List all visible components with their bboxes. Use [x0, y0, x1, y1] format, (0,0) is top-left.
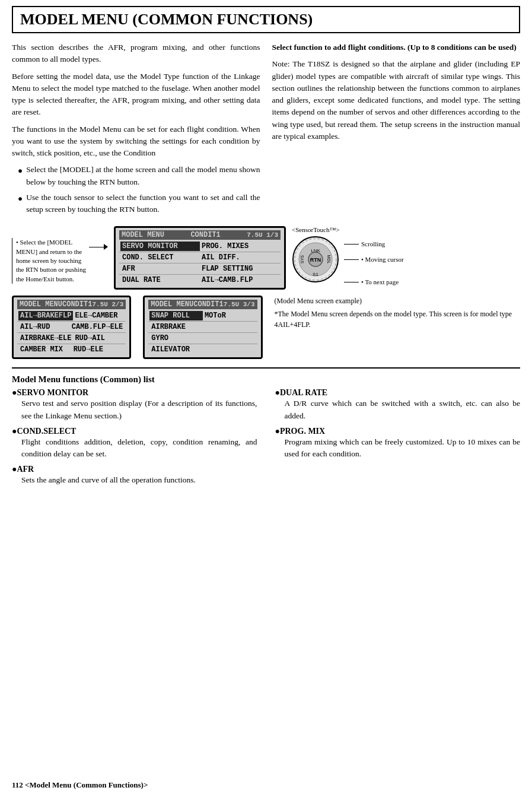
main-screen-cell-2-1: FLAP SETTING: [200, 264, 279, 274]
model-menu-example: (Model Menu screen example) *The Model M…: [275, 296, 521, 330]
screen3-cell-0-1: MOToR: [203, 311, 256, 320]
intro-para3: The functions in the Model Menu can be s…: [12, 123, 260, 160]
cond-select-title: ●COND.SELECT: [12, 427, 257, 436]
main-screen-title-row: MODEL MENU CONDIT1 7.5U 1/3: [119, 230, 281, 240]
model-menu-example-note: *The Model Menu screen depends on the mo…: [275, 309, 521, 330]
svg-text:RTN: RTN: [310, 257, 321, 263]
screen2-cell-2-1: RUD→AIL: [73, 334, 125, 343]
main-screen-cell-3-0: DUAL RATE: [120, 275, 200, 285]
screen3-cell-2-1: [203, 334, 256, 343]
screen3-row-0: SNAP ROLL MOToR: [148, 310, 257, 322]
screen3-cell-1-0: AIRBRAKE: [149, 322, 203, 332]
screen3-cell-3-0: AILEVATOR: [149, 345, 203, 354]
afr-body: Sets the angle and curve of all the oper…: [21, 474, 257, 486]
afr-title: ●AFR: [12, 465, 257, 474]
intro-section: This section describes the AFR, program …: [12, 42, 520, 220]
screen3-cell-3-1: [203, 345, 256, 354]
function-prog-mix: ●PROG. MIX Program mixing which can be f…: [275, 427, 521, 461]
screen2-cell-3-1: RUD→ELE: [72, 345, 125, 354]
svg-text:S1: S1: [313, 272, 318, 277]
screen3-cell-1-1: [203, 322, 256, 332]
servo-monitor-title: ●SERVO MONITOR: [12, 388, 257, 398]
dual-rate-body: A D/R curve which can be switched with a…: [285, 398, 521, 422]
cond-select-body: Flight conditions addition, deletion, co…: [21, 436, 257, 461]
screen2-container: MODEL MENU CONDIT1 7.5U 2/3 AIL→BRAKEFLP…: [12, 296, 131, 359]
functions-right-col: ●DUAL RATE A D/R curve which can be swit…: [275, 388, 521, 491]
function-dual-rate: ●DUAL RATE A D/R curve which can be swit…: [275, 388, 521, 422]
screen3-condit: CONDIT1: [193, 300, 223, 309]
main-screen-version: 7.5U 1/3: [247, 231, 278, 239]
servo-monitor-body: Servo test and servo position display (F…: [21, 398, 257, 422]
bullet-item-2: ● Use the touch sensor to select the fun…: [18, 192, 260, 216]
main-screen-container: MODEL MENU CONDIT1 7.5U 1/3 SERVO MONITO…: [114, 226, 286, 290]
bullet-text-1: Select the [MODEL] at the home screen an…: [26, 164, 260, 188]
right-column: Select function to add flight conditions…: [272, 42, 521, 220]
next-page-label: • To next page: [361, 278, 399, 285]
scrolling-label: Scrolling: [361, 240, 385, 247]
intro-para1: This section describes the AFR, program …: [12, 42, 260, 66]
screen3-row-1: AIRBRAKE: [148, 322, 257, 333]
model-menu-example-label: (Model Menu screen example): [275, 296, 521, 306]
prog-mix-title: ●PROG. MIX: [275, 427, 521, 436]
screen2-version: 7.5U 2/3: [92, 301, 123, 308]
rotary-knob: LNK RTN MDL SYS S1: [292, 236, 339, 285]
screen3-title-row: MODEL MENU CONDIT1 7.5U 3/3: [148, 300, 257, 309]
screen2-cell-2-0: AIRBRAKE→ELE: [18, 334, 73, 343]
screen2-row-2: AIRBRAKE→ELE RUD→AIL: [17, 333, 126, 344]
screen3-lcd: MODEL MENU CONDIT1 7.5U 3/3 SNAP ROLL MO…: [143, 296, 262, 359]
screen3-row-2: GYRO: [148, 333, 257, 344]
main-screen-cell-3-1: AIL→CAMB.FLP: [200, 275, 279, 285]
screen3-title: MODEL MENU: [151, 300, 193, 309]
function-servo-monitor: ●SERVO MONITOR Servo test and servo posi…: [12, 388, 257, 422]
bullet-text-2: Use the touch sensor to select the funct…: [26, 192, 260, 216]
section-divider: [12, 367, 520, 369]
bullet-list: ● Select the [MODEL] at the home screen …: [18, 164, 260, 215]
intro-para2: Before setting the model data, use the M…: [12, 71, 260, 119]
moving-cursor-label: • Moving cursor: [361, 256, 404, 263]
bullet-dot-2: ●: [18, 193, 23, 205]
screen2-cell-0-0: AIL→BRAKEFLP: [18, 311, 73, 320]
left-column: This section describes the AFR, program …: [12, 42, 260, 220]
moving-cursor-annotation: • Moving cursor: [344, 256, 404, 263]
screen2-row-1: AIL→RUD CAMB.FLP→ELE: [17, 322, 126, 333]
screen2-cell-3-0: CAMBER MIX: [18, 345, 72, 354]
functions-heading: Model Menu functions (Common) list: [12, 374, 520, 385]
page-title: MODEL MENU (COMMON FUNCTIONS): [12, 6, 520, 33]
main-screen-cell-0-0: SERVO MONITOR: [120, 242, 200, 251]
main-screen-cell-1-0: COND. SELECT: [120, 253, 200, 262]
function-cond-select: ●COND.SELECT Flight conditions addition,…: [12, 427, 257, 461]
functions-list: ●SERVO MONITOR Servo test and servo posi…: [12, 388, 520, 491]
screen2-condit: CONDIT1: [62, 300, 92, 309]
screen3-version: 7.5U 3/3: [224, 301, 255, 308]
screen3-row-3: AILEVATOR: [148, 344, 257, 355]
main-screen-cell-2-0: AFR: [120, 264, 200, 274]
main-screen-row-2: AFR FLAP SETTING: [119, 263, 281, 275]
main-screen-cell-1-1: AIL DIFF.: [200, 253, 279, 262]
screen3-cell-0-0: SNAP ROLL: [149, 311, 203, 320]
page: MODEL MENU (COMMON FUNCTIONS) This secti…: [0, 0, 532, 797]
sensor-touch-label: <SensorTouch™>: [292, 226, 339, 233]
screen2-row-3: CAMBER MIX RUD→ELE: [17, 344, 126, 355]
screen2-cell-1-0: AIL→RUD: [18, 322, 70, 332]
main-screen-row-0: SERVO MONITOR PROG. MIXES: [119, 241, 281, 252]
functions-left-col: ●SERVO MONITOR Servo test and servo posi…: [12, 388, 257, 491]
prog-mix-body: Program mixing which can be freely custo…: [285, 436, 521, 461]
next-page-annotation: • To next page: [344, 278, 404, 285]
main-screen-cell-0-1: PROG. MIXES: [200, 242, 279, 251]
page-footer: 112 <Model Menu (Common Functions)>: [12, 780, 148, 790]
svg-text:SYS: SYS: [300, 255, 304, 263]
screen2-row-0: AIL→BRAKEFLP ELE→CAMBER: [17, 310, 126, 322]
screen2-cell-0-1: ELE→CAMBER: [73, 311, 125, 320]
main-screen-condit: CONDIT1: [190, 231, 220, 239]
main-lcd-screen: MODEL MENU CONDIT1 7.5U 1/3 SERVO MONITO…: [114, 226, 286, 290]
screen3-container: MODEL MENU CONDIT1 7.5U 3/3 SNAP ROLL MO…: [143, 296, 262, 359]
main-screen-title: MODEL MENU: [122, 231, 164, 239]
left-annotation: • Select the [MODEL MENU] and return to …: [12, 238, 89, 284]
function-afr: ●AFR Sets the angle and curve of all the…: [12, 465, 257, 486]
screen2-cell-1-1: CAMB.FLP→ELE: [70, 322, 125, 332]
svg-text:MDL: MDL: [327, 255, 331, 264]
screen2-lcd: MODEL MENU CONDIT1 7.5U 2/3 AIL→BRAKEFLP…: [12, 296, 131, 359]
screen2-title-row: MODEL MENU CONDIT1 7.5U 2/3: [17, 300, 126, 309]
dual-rate-title: ●DUAL RATE: [275, 388, 521, 398]
main-screen-row-3: DUAL RATE AIL→CAMB.FLP: [119, 275, 281, 285]
